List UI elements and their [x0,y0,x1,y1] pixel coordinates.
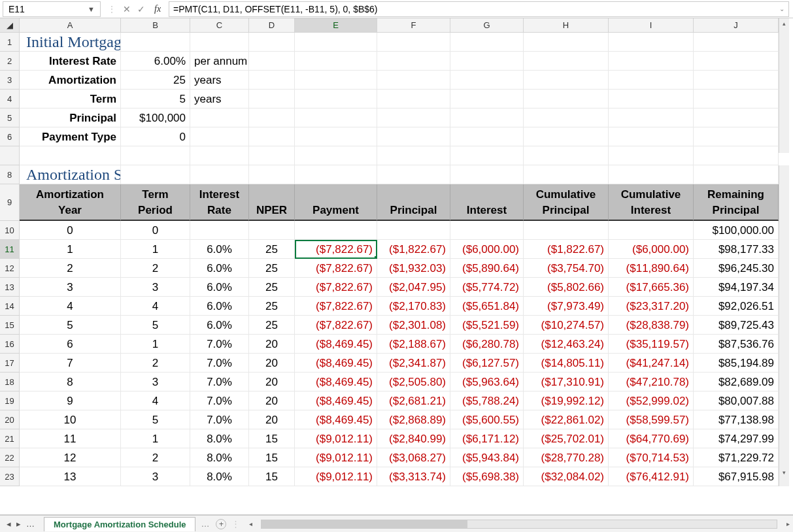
row-header-21[interactable]: 21 [0,429,20,448]
cell[interactable]: Payment Type [20,127,121,146]
table-header-j[interactable]: RemainingPrincipal [694,184,779,221]
cell[interactable]: 25 [249,240,295,259]
cell[interactable]: ($9,012.11) [295,448,377,467]
cell[interactable]: 6.0% [190,297,249,316]
cell[interactable] [694,90,779,108]
scroll-up-icon[interactable]: ▴ [779,18,789,29]
cell[interactable] [450,52,524,71]
col-header-H[interactable]: H [524,18,609,33]
cell[interactable]: ($64,770.69) [609,429,694,448]
cell[interactable]: ($25,702.01) [524,429,609,448]
cell[interactable] [190,221,249,240]
cell[interactable] [377,52,450,71]
cell[interactable] [524,127,609,146]
cell[interactable]: 20 [249,335,295,354]
cell[interactable]: ($17,310.91) [524,373,609,391]
cell[interactable]: ($12,463.24) [524,335,609,354]
cell[interactable] [450,108,524,127]
row-header-23[interactable]: 23 [0,467,20,486]
scroll-thumb[interactable] [262,520,467,528]
col-header-E[interactable]: E [295,18,377,33]
cell[interactable]: 0 [121,221,190,240]
cell[interactable]: ($6,171.12) [450,429,524,448]
cell[interactable]: 1 [121,335,190,354]
cell[interactable] [450,127,524,146]
cell[interactable]: ($3,754.70) [524,259,609,278]
cell[interactable]: 7.0% [190,410,249,429]
cell[interactable] [295,52,377,71]
col-header-A[interactable]: A [20,18,121,33]
row-header-3[interactable]: 3 [0,71,20,90]
cell[interactable] [121,33,190,52]
cell[interactable]: $77,138.98 [694,410,779,429]
cell[interactable]: ($8,469.45) [295,410,377,429]
cell[interactable]: $100,000.00 [694,221,779,240]
cell[interactable]: ($76,412.91) [609,467,694,486]
tab-next-icon[interactable]: ▸ [16,519,21,529]
cell[interactable]: 11 [20,429,121,448]
cell[interactable] [450,33,524,52]
cell[interactable] [295,221,377,240]
cell[interactable]: 3 [20,278,121,297]
cell[interactable] [694,165,779,184]
cell[interactable]: $87,536.76 [694,335,779,354]
col-header-F[interactable]: F [377,18,450,33]
cell[interactable]: ($1,822.67) [524,240,609,259]
cell[interactable] [694,108,779,127]
cell[interactable]: years [190,71,249,90]
table-header-a[interactable]: AmortizationYear [20,184,121,221]
cell[interactable]: ($6,000.00) [609,240,694,259]
cell[interactable] [295,146,377,165]
formula-input[interactable]: =PMT(C11, D11, OFFSET(E11, -B11, 5), 0, … [169,1,789,17]
cell-a1[interactable]: Initial Mortgage Data [20,33,121,52]
cell[interactable]: ($6,000.00) [450,240,524,259]
table-header-c[interactable]: InterestRate [190,184,249,221]
cell[interactable]: $94,197.34 [694,278,779,297]
cell[interactable]: 25 [249,316,295,335]
cell[interactable]: 20 [249,373,295,391]
row-header-9[interactable]: 9 [0,184,20,221]
table-header-e[interactable]: Payment [295,184,377,221]
cell[interactable] [694,71,779,90]
cell[interactable]: ($35,119.57) [609,335,694,354]
cell[interactable] [190,127,249,146]
cell[interactable] [609,146,694,165]
cell[interactable] [524,165,609,184]
cell[interactable]: ($41,247.14) [609,354,694,373]
table-header-h[interactable]: CumulativePrincipal [524,184,609,221]
cell[interactable]: 7 [20,354,121,373]
row-header-11[interactable]: 11 [0,240,20,259]
row-header-x[interactable] [0,146,20,165]
cell[interactable]: ($2,505.80) [377,373,450,391]
cell[interactable]: $89,725.43 [694,316,779,335]
cell[interactable] [450,146,524,165]
cell[interactable] [609,71,694,90]
cell[interactable]: ($8,469.45) [295,354,377,373]
cell[interactable]: ($52,999.02) [609,391,694,410]
cell[interactable]: ($2,341.87) [377,354,450,373]
cell[interactable]: ($5,890.64) [450,259,524,278]
cell[interactable] [249,221,295,240]
cell[interactable]: 8.0% [190,429,249,448]
cell[interactable]: 4 [121,297,190,316]
cell[interactable] [609,33,694,52]
cell[interactable]: ($2,047.95) [377,278,450,297]
cell[interactable] [524,52,609,71]
row-header-15[interactable]: 15 [0,316,20,335]
cell[interactable] [249,165,295,184]
cell[interactable]: 5 [121,410,190,429]
cell[interactable] [609,52,694,71]
cell[interactable]: ($7,822.67) [295,240,377,259]
tab-prev-icon[interactable]: ◂ [7,519,11,529]
cell[interactable] [190,165,249,184]
cell[interactable]: ($32,084.02) [524,467,609,486]
col-header-C[interactable]: C [190,18,249,33]
cell[interactable] [609,90,694,108]
cell[interactable]: 6.0% [190,278,249,297]
cell[interactable]: 2 [121,354,190,373]
cell[interactable] [524,108,609,127]
vertical-scrollbar[interactable]: ▴ [779,18,789,33]
cell[interactable]: ($7,822.67) [295,278,377,297]
cell[interactable]: Term [20,90,121,108]
cell[interactable] [377,33,450,52]
